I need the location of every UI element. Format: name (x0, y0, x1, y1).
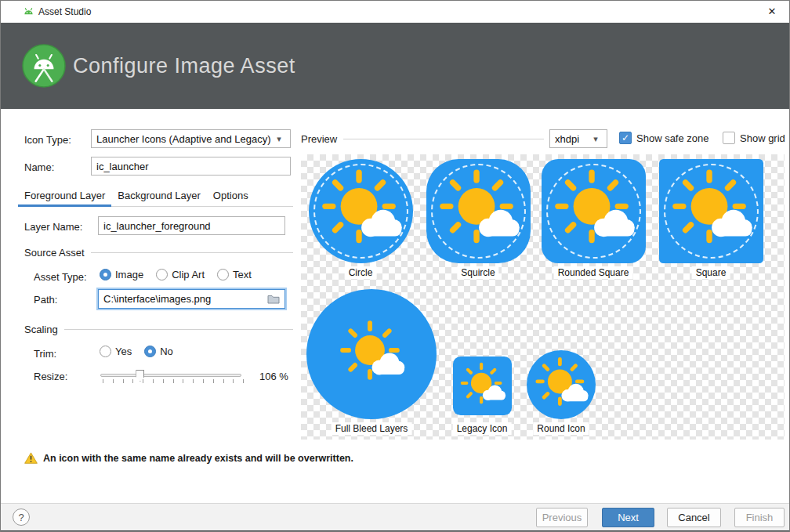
name-label: Name: (24, 161, 54, 173)
icon-type-value: Launcher Icons (Adaptive and Legacy) (96, 133, 273, 145)
trim-radio-group: Yes No (100, 346, 173, 357)
show-safe-zone-label: Show safe zone (636, 132, 709, 144)
scaling-section-label: Scaling (24, 324, 58, 335)
divider (343, 139, 544, 139)
radio-icon (217, 269, 229, 280)
source-asset-section-label: Source Asset (24, 247, 85, 259)
tile-label-square: Square (692, 266, 730, 279)
sun-cloud-icon (542, 159, 646, 263)
dialog-header: Configure Image Asset (1, 23, 789, 109)
resize-slider[interactable] (100, 368, 241, 384)
path-input[interactable]: C:\interface\images.png (98, 289, 285, 309)
next-button[interactable]: Next (602, 508, 654, 527)
path-label: Path: (34, 294, 57, 306)
density-dropdown[interactable]: xhdpi ▾ (549, 129, 607, 148)
trim-yes-radio[interactable]: Yes (100, 346, 132, 357)
divider (64, 329, 293, 330)
preview-canvas: Circle Squircle Rounded Square Square Fu… (301, 154, 785, 440)
resize-label: Resize: (34, 371, 67, 382)
android-app-icon (23, 6, 34, 21)
sun-cloud-icon (453, 356, 512, 415)
show-safe-zone-checkbox[interactable]: ✓ Show safe zone (619, 132, 709, 144)
tile-label-squircle: Squircle (457, 266, 498, 279)
chevron-down-icon: ▾ (273, 134, 285, 144)
density-value: xhdpi (555, 133, 589, 145)
sun-cloud-icon (527, 350, 596, 419)
radio-selected-icon (144, 346, 156, 357)
preview-tile-squircle (426, 159, 531, 263)
tile-label-rounded-square: Rounded Square (554, 266, 633, 279)
trim-label: Trim: (34, 348, 56, 360)
layer-name-label: Layer Name: (24, 221, 82, 233)
checkbox-checked-icon: ✓ (619, 132, 632, 144)
checkbox-unchecked-icon (723, 132, 735, 144)
sun-cloud-icon (306, 289, 437, 419)
sun-cloud-icon (426, 159, 531, 263)
source-asset-section: Source Asset (24, 247, 293, 259)
warning-row: An icon with the same name already exist… (24, 452, 353, 464)
resize-value: 106 % (259, 371, 288, 382)
asset-studio-window: Asset Studio ✕ Configure Image Asset Ico… (0, 0, 790, 532)
icon-type-label: Icon Type: (24, 134, 71, 146)
tab-options[interactable]: Options (207, 186, 255, 207)
preview-tile-circle (309, 159, 413, 263)
android-studio-logo-icon (22, 44, 66, 88)
preview-tile-full-bleed (306, 289, 437, 419)
layer-name-input[interactable] (98, 216, 285, 235)
asset-type-radio-group: Image Clip Art Text (100, 269, 252, 280)
radio-selected-icon (100, 269, 111, 280)
preview-section: Preview (301, 133, 544, 145)
sun-cloud-icon (309, 159, 413, 263)
slider-ticks (103, 379, 244, 383)
asset-type-image-label: Image (115, 269, 143, 280)
finish-button[interactable]: Finish (734, 508, 785, 527)
tile-label-round: Round Icon (533, 422, 589, 435)
cancel-button[interactable]: Cancel (667, 508, 721, 527)
browse-folder-button[interactable] (266, 291, 281, 307)
preview-tile-square (659, 159, 763, 263)
close-icon[interactable]: ✕ (755, 1, 789, 23)
warning-text: An icon with the same name already exist… (43, 453, 353, 464)
tile-label-full-bleed: Full Bleed Layers (332, 422, 412, 435)
titlebar: Asset Studio ✕ (1, 1, 789, 23)
slider-track (100, 374, 241, 377)
name-input[interactable] (91, 157, 291, 176)
trim-no-label: No (160, 346, 173, 357)
asset-type-clipart-label: Clip Art (172, 269, 205, 280)
tile-label-legacy: Legacy Icon (453, 422, 512, 435)
icon-type-dropdown[interactable]: Launcher Icons (Adaptive and Legacy) ▾ (91, 129, 291, 148)
asset-type-text-radio[interactable]: Text (217, 269, 252, 280)
check-icon: ✓ (621, 132, 629, 143)
preview-tile-rounded-square (542, 159, 646, 263)
warning-icon (24, 452, 38, 464)
show-grid-checkbox[interactable]: Show grid (723, 132, 785, 144)
preview-tile-legacy (453, 356, 512, 415)
layer-tabs: Foreground Layer Background Layer Option… (18, 186, 293, 207)
show-grid-label: Show grid (740, 132, 785, 144)
window-title: Asset Studio (38, 6, 91, 17)
trim-yes-label: Yes (115, 346, 132, 357)
folder-icon (267, 294, 280, 304)
footer-bar: ? Previous Next Cancel Finish (1, 503, 789, 531)
divider (91, 252, 293, 253)
preview-section-label: Preview (301, 133, 337, 145)
scaling-section: Scaling (24, 324, 293, 335)
sun-cloud-icon (659, 159, 763, 263)
asset-type-clipart-radio[interactable]: Clip Art (156, 269, 205, 280)
path-value: C:\interface\images.png (103, 293, 266, 305)
trim-no-radio[interactable]: No (144, 346, 173, 357)
tab-foreground-layer[interactable]: Foreground Layer (18, 186, 111, 207)
help-button[interactable]: ? (13, 508, 30, 526)
tab-background-layer[interactable]: Background Layer (111, 186, 207, 207)
radio-icon (156, 269, 168, 280)
tile-label-circle: Circle (345, 266, 377, 279)
chevron-down-icon: ▾ (589, 134, 602, 144)
radio-icon (100, 346, 111, 357)
previous-button[interactable]: Previous (536, 508, 588, 527)
preview-tile-round (527, 350, 596, 419)
asset-type-image-radio[interactable]: Image (100, 269, 143, 280)
asset-type-label: Asset Type: (34, 271, 87, 283)
asset-type-text-label: Text (233, 269, 252, 280)
page-title: Configure Image Asset (73, 54, 295, 78)
